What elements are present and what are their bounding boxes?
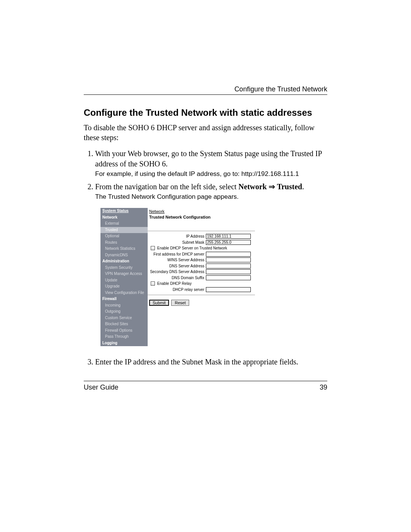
sidebar-item[interactable]: Firewall Options — [100, 328, 148, 334]
input-first-address[interactable] — [206, 252, 251, 257]
row-enable-dhcp-relay: Enable DHCP Relay — [148, 281, 255, 287]
sidebar-heading[interactable]: System Status — [100, 208, 148, 214]
sidebar-item[interactable]: Routes — [100, 240, 148, 246]
page: Configure the Trusted Network Configure … — [0, 0, 411, 532]
sidebar-item[interactable]: System Security — [100, 265, 148, 271]
sidebar-item[interactable]: Incoming — [100, 302, 148, 309]
nav-path: Network ⇒ Trusted — [239, 182, 302, 191]
label-dns-server: DNS Server Address — [149, 264, 204, 269]
nav-sidebar: System StatusNetworkExternalTrustedOptio… — [100, 208, 148, 346]
checkbox-enable-dhcp-server[interactable] — [151, 246, 155, 250]
footer-rule — [84, 381, 327, 381]
intro-paragraph: To disable the SOHO 6 DHCP server and as… — [84, 123, 327, 142]
sidebar-heading[interactable]: Firewall — [100, 296, 148, 302]
label-subnet-mask: Subnet Mask — [149, 240, 204, 245]
footer: User Guide 39 — [84, 383, 327, 391]
input-wins-server[interactable] — [206, 257, 251, 262]
sidebar-item[interactable]: Upgrade — [100, 283, 148, 290]
row-dns-server: DNS Server Address — [148, 263, 255, 269]
step-3-text: Enter the IP address and the Subnet Mask… — [95, 358, 298, 366]
label-dns-suffix: DNS Domain Suffix — [149, 275, 204, 281]
input-ip-address[interactable] — [206, 234, 251, 239]
step-2: From the navigation bar on the left side… — [95, 182, 327, 347]
label-dhcp-relay-server: DHCP relay server — [149, 287, 204, 292]
label-first-address: First address for DHCP server — [149, 252, 204, 257]
sidebar-item[interactable]: Trusted — [100, 227, 148, 233]
step-1: With your Web browser, go to the System … — [95, 149, 327, 179]
step-2-sub: The Trusted Network Configuration page a… — [95, 193, 327, 201]
checkbox-enable-dhcp-relay[interactable] — [151, 281, 155, 286]
input-dns-suffix[interactable] — [206, 275, 251, 280]
sidebar-heading[interactable]: Logging — [100, 340, 148, 347]
steps-list: With your Web browser, go to the System … — [84, 149, 327, 367]
row-subnet-mask: Subnet Mask — [148, 240, 255, 246]
sidebar-item[interactable]: View Configuration File — [100, 290, 148, 296]
input-sec-dns-server[interactable] — [206, 269, 251, 274]
nav-path-suffix: . — [302, 182, 304, 191]
separator — [148, 231, 255, 231]
label-wins-server: WINS Server Address — [149, 257, 204, 263]
row-dhcp-relay-server: DHCP relay server — [148, 287, 255, 293]
sidebar-item[interactable]: External — [100, 220, 148, 227]
step-3: Enter the IP address and the Subnet Mask… — [95, 357, 327, 367]
header-rule — [84, 94, 327, 95]
running-header: Configure the Trusted Network — [234, 85, 327, 93]
sidebar-item[interactable]: Blocked Sites — [100, 321, 148, 328]
content: Configure the Trusted Network with stati… — [84, 107, 327, 370]
breadcrumb[interactable]: Network — [148, 208, 255, 214]
step-1-text: With your Web browser, go to the System … — [95, 149, 322, 168]
row-ip-address: IP Address — [148, 233, 255, 240]
sidebar-item[interactable]: VPN Manager Access — [100, 271, 148, 277]
input-dhcp-relay-server[interactable] — [206, 287, 251, 292]
step-2-text: From the navigation bar on the left side… — [95, 182, 239, 191]
sidebar-heading[interactable]: Administration — [100, 258, 148, 265]
button-row: Submit Reset — [148, 297, 255, 308]
input-dns-server[interactable] — [206, 264, 251, 268]
reset-button[interactable]: Reset — [171, 300, 189, 306]
page-title: Trusted Network Configuration — [148, 214, 255, 222]
footer-left: User Guide — [84, 383, 118, 391]
sidebar-item[interactable]: Network Statistics — [100, 246, 148, 252]
row-sec-dns-server: Secondary DNS Server Address — [148, 269, 255, 275]
sidebar-item[interactable]: Optional — [100, 233, 148, 240]
sidebar-item[interactable]: Pass Through — [100, 334, 148, 340]
row-wins-server: WINS Server Address — [148, 257, 255, 263]
config-pane: Network Trusted Network Configuration IP… — [148, 208, 255, 346]
row-dns-suffix: DNS Domain Suffix — [148, 275, 255, 281]
label-enable-dhcp-relay: Enable DHCP Relay — [157, 281, 191, 286]
config-screenshot: System StatusNetworkExternalTrustedOptio… — [100, 208, 255, 346]
sidebar-item[interactable]: Outgoing — [100, 308, 148, 315]
submit-button[interactable]: Submit — [149, 300, 169, 306]
row-first-address: First address for DHCP server — [148, 251, 255, 257]
row-enable-dhcp-server: Enable DHCP Server on Trusted Network — [148, 245, 255, 251]
separator — [148, 295, 255, 295]
sidebar-item[interactable]: Custom Service — [100, 315, 148, 321]
label-enable-dhcp-server: Enable DHCP Server on Trusted Network — [157, 246, 227, 251]
label-sec-dns-server: Secondary DNS Server Address — [149, 269, 204, 275]
section-title: Configure the Trusted Network with stati… — [84, 107, 327, 118]
sidebar-item[interactable]: Update — [100, 277, 148, 284]
input-subnet-mask[interactable] — [206, 240, 251, 245]
footer-right: 39 — [320, 383, 327, 391]
sidebar-item[interactable]: DynamicDNS — [100, 252, 148, 259]
sidebar-heading[interactable]: Network — [100, 214, 148, 221]
step-1-sub: For example, if using the default IP add… — [95, 170, 327, 179]
label-ip-address: IP Address — [149, 234, 204, 239]
